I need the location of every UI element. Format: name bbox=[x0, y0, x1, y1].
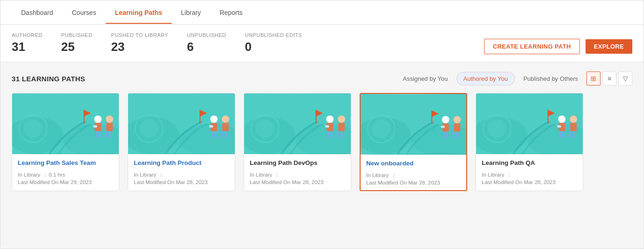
card-status: In Library bbox=[482, 172, 504, 178]
stat-pushed-value: 23 bbox=[111, 40, 168, 54]
tab-published-by-others[interactable]: Published by Others bbox=[517, 72, 585, 85]
svg-point-26 bbox=[222, 115, 229, 123]
svg-rect-72 bbox=[559, 131, 562, 138]
stat-published: Published 25 bbox=[61, 32, 93, 54]
svg-point-69 bbox=[558, 115, 565, 123]
card-thumbnail bbox=[244, 93, 351, 154]
card-status: In Library bbox=[134, 172, 156, 178]
svg-rect-60 bbox=[453, 132, 455, 139]
stat-unpublished-edits-value: 0 bbox=[245, 40, 302, 54]
card-body: Learning Path Product In Library | Last … bbox=[128, 154, 235, 190]
svg-point-15 bbox=[24, 119, 43, 138]
card-title: Learning Path QA bbox=[482, 159, 577, 167]
content-header: 31 LEARNING PATHS Assigned by You Author… bbox=[12, 71, 632, 85]
card-status: In Library bbox=[250, 172, 272, 178]
svg-rect-13 bbox=[109, 131, 111, 138]
card-thumbnail bbox=[361, 94, 466, 155]
filter-tabs: Assigned by You Authored by You Publishe… bbox=[396, 71, 632, 85]
grid-view-button[interactable]: ⊞ bbox=[586, 71, 601, 85]
svg-rect-39 bbox=[325, 125, 329, 128]
card-meta: In Library | bbox=[250, 172, 345, 178]
card-body: Learning Path DevOps In Library | Last M… bbox=[244, 154, 351, 190]
svg-rect-76 bbox=[569, 131, 571, 138]
svg-rect-40 bbox=[327, 131, 330, 138]
nav-library[interactable]: Library bbox=[172, 1, 210, 24]
svg-rect-23 bbox=[209, 125, 213, 128]
filter-button[interactable]: ▽ bbox=[618, 71, 632, 85]
stat-unpublished-edits: Unpublished Edits 0 bbox=[245, 32, 302, 54]
card-separator: | bbox=[508, 172, 510, 178]
nav-reports[interactable]: Reports bbox=[210, 1, 252, 24]
card-separator: | bbox=[44, 172, 46, 178]
card-hours: 0.1 hrs bbox=[49, 172, 65, 178]
nav-learning-paths[interactable]: Learning Paths bbox=[106, 1, 172, 24]
list-view-button[interactable]: ≡ bbox=[602, 71, 616, 85]
svg-point-31 bbox=[140, 119, 159, 138]
svg-rect-12 bbox=[105, 131, 107, 138]
svg-point-79 bbox=[488, 119, 507, 138]
stat-pushed-label: Pushed to Library bbox=[111, 32, 168, 38]
svg-rect-59 bbox=[454, 123, 460, 132]
list-icon: ≡ bbox=[608, 75, 611, 82]
card-meta: In Library | bbox=[134, 172, 229, 178]
tab-authored-by-you[interactable]: Authored by You bbox=[456, 72, 515, 85]
svg-point-58 bbox=[453, 116, 461, 123]
svg-point-53 bbox=[442, 116, 449, 123]
grid-icon: ⊞ bbox=[591, 75, 596, 82]
main-content: 31 LEARNING PATHS Assigned by You Author… bbox=[0, 62, 644, 249]
svg-rect-61 bbox=[456, 132, 458, 139]
learning-path-card[interactable]: Learning Path DevOps In Library | Last M… bbox=[244, 93, 351, 191]
nav-courses[interactable]: Courses bbox=[63, 1, 106, 24]
card-title: New onboarded bbox=[366, 159, 461, 168]
svg-rect-25 bbox=[214, 131, 217, 138]
card-body: Learning Path Sales Team In Library |0.1… bbox=[12, 154, 119, 190]
svg-rect-9 bbox=[98, 131, 101, 138]
card-separator: | bbox=[160, 172, 162, 178]
stat-authored-value: 31 bbox=[12, 40, 43, 54]
svg-rect-41 bbox=[330, 131, 333, 138]
app-container: Dashboard Courses Learning Paths Library… bbox=[0, 0, 644, 249]
learning-path-card[interactable]: Learning Path QA In Library | Last Modif… bbox=[476, 93, 583, 191]
card-title: Learning Path DevOps bbox=[250, 159, 345, 167]
svg-point-47 bbox=[256, 119, 275, 138]
page-title: 31 LEARNING PATHS bbox=[12, 75, 85, 83]
tab-assigned-by-you[interactable]: Assigned by You bbox=[396, 72, 454, 85]
svg-point-63 bbox=[372, 120, 391, 138]
learning-path-card[interactable]: Learning Path Sales Team In Library |0.1… bbox=[12, 93, 119, 191]
svg-point-10 bbox=[106, 115, 113, 123]
card-title: Learning Path Product bbox=[134, 159, 229, 167]
card-thumbnail bbox=[476, 93, 583, 154]
stat-unpublished: Unpublished 6 bbox=[187, 32, 226, 54]
stats-bar: Authored 31 Published 25 Pushed to Libra… bbox=[0, 25, 644, 62]
svg-point-5 bbox=[94, 115, 101, 123]
create-learning-path-button[interactable]: CREATE LEARNING PATH bbox=[484, 39, 580, 54]
stat-unpublished-value: 6 bbox=[187, 40, 226, 54]
learning-path-card[interactable]: Learning Path Product In Library | Last … bbox=[128, 93, 235, 191]
stat-pushed-to-library: Pushed to Library 23 bbox=[111, 32, 168, 54]
svg-rect-77 bbox=[572, 131, 575, 138]
stat-authored-label: Authored bbox=[12, 32, 43, 38]
card-date: Last Modified On Mar 28, 2023 bbox=[366, 180, 461, 185]
card-body: New onboarded In Library | Last Modified… bbox=[361, 155, 466, 190]
svg-rect-56 bbox=[443, 132, 446, 139]
explore-button[interactable]: EXPLORE bbox=[586, 39, 632, 54]
cards-grid: Learning Path Sales Team In Library |0.1… bbox=[12, 93, 632, 191]
stat-unpublished-edits-label: Unpublished Edits bbox=[245, 32, 302, 38]
svg-rect-55 bbox=[441, 126, 445, 128]
card-date: Last Modified On Mar 28, 2023 bbox=[134, 179, 229, 185]
svg-point-37 bbox=[326, 115, 333, 123]
svg-point-21 bbox=[210, 115, 217, 123]
svg-point-74 bbox=[570, 115, 577, 123]
svg-rect-73 bbox=[562, 131, 564, 138]
svg-rect-71 bbox=[557, 125, 561, 128]
card-meta: In Library | bbox=[366, 172, 461, 178]
card-date: Last Modified On Mar 29, 2023 bbox=[18, 179, 113, 185]
svg-rect-43 bbox=[338, 123, 345, 131]
svg-rect-11 bbox=[106, 123, 113, 131]
nav-dashboard[interactable]: Dashboard bbox=[12, 1, 63, 24]
svg-rect-44 bbox=[337, 131, 339, 138]
card-status: In Library bbox=[18, 172, 40, 178]
learning-path-card[interactable]: New onboarded In Library | Last Modified… bbox=[360, 93, 467, 191]
svg-rect-29 bbox=[224, 131, 227, 138]
svg-rect-7 bbox=[93, 125, 97, 128]
